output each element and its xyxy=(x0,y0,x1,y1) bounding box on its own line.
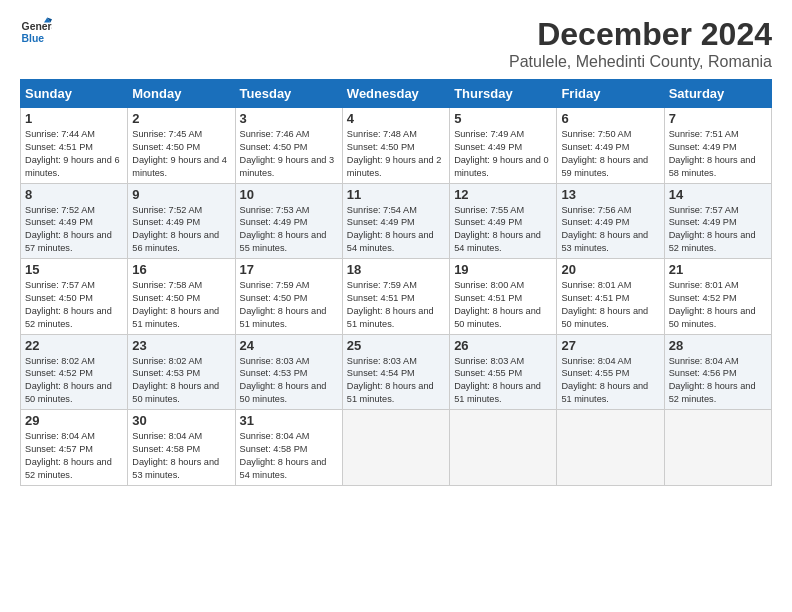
table-row: 4Sunrise: 7:48 AMSunset: 4:50 PMDaylight… xyxy=(342,108,449,184)
table-row: 15Sunrise: 7:57 AMSunset: 4:50 PMDayligh… xyxy=(21,259,128,335)
table-row: 6Sunrise: 7:50 AMSunset: 4:49 PMDaylight… xyxy=(557,108,664,184)
calendar-week-row: 22Sunrise: 8:02 AMSunset: 4:52 PMDayligh… xyxy=(21,334,772,410)
table-row: 21Sunrise: 8:01 AMSunset: 4:52 PMDayligh… xyxy=(664,259,771,335)
calendar-week-row: 15Sunrise: 7:57 AMSunset: 4:50 PMDayligh… xyxy=(21,259,772,335)
table-row: 1Sunrise: 7:44 AMSunset: 4:51 PMDaylight… xyxy=(21,108,128,184)
col-wednesday: Wednesday xyxy=(342,80,449,108)
table-row: 28Sunrise: 8:04 AMSunset: 4:56 PMDayligh… xyxy=(664,334,771,410)
calendar-week-row: 29Sunrise: 8:04 AMSunset: 4:57 PMDayligh… xyxy=(21,410,772,486)
table-row: 26Sunrise: 8:03 AMSunset: 4:55 PMDayligh… xyxy=(450,334,557,410)
header-row: Sunday Monday Tuesday Wednesday Thursday… xyxy=(21,80,772,108)
col-tuesday: Tuesday xyxy=(235,80,342,108)
table-row xyxy=(557,410,664,486)
table-row: 30Sunrise: 8:04 AMSunset: 4:58 PMDayligh… xyxy=(128,410,235,486)
col-sunday: Sunday xyxy=(21,80,128,108)
table-row: 29Sunrise: 8:04 AMSunset: 4:57 PMDayligh… xyxy=(21,410,128,486)
col-thursday: Thursday xyxy=(450,80,557,108)
table-row: 14Sunrise: 7:57 AMSunset: 4:49 PMDayligh… xyxy=(664,183,771,259)
table-row: 12Sunrise: 7:55 AMSunset: 4:49 PMDayligh… xyxy=(450,183,557,259)
col-saturday: Saturday xyxy=(664,80,771,108)
table-row: 19Sunrise: 8:00 AMSunset: 4:51 PMDayligh… xyxy=(450,259,557,335)
calendar-table: Sunday Monday Tuesday Wednesday Thursday… xyxy=(20,79,772,486)
table-row: 25Sunrise: 8:03 AMSunset: 4:54 PMDayligh… xyxy=(342,334,449,410)
table-row: 24Sunrise: 8:03 AMSunset: 4:53 PMDayligh… xyxy=(235,334,342,410)
table-row: 27Sunrise: 8:04 AMSunset: 4:55 PMDayligh… xyxy=(557,334,664,410)
table-row: 8Sunrise: 7:52 AMSunset: 4:49 PMDaylight… xyxy=(21,183,128,259)
svg-text:Blue: Blue xyxy=(22,33,45,44)
col-friday: Friday xyxy=(557,80,664,108)
col-monday: Monday xyxy=(128,80,235,108)
table-row: 18Sunrise: 7:59 AMSunset: 4:51 PMDayligh… xyxy=(342,259,449,335)
table-row: 11Sunrise: 7:54 AMSunset: 4:49 PMDayligh… xyxy=(342,183,449,259)
table-row: 5Sunrise: 7:49 AMSunset: 4:49 PMDaylight… xyxy=(450,108,557,184)
calendar-week-row: 8Sunrise: 7:52 AMSunset: 4:49 PMDaylight… xyxy=(21,183,772,259)
calendar-body: 1Sunrise: 7:44 AMSunset: 4:51 PMDaylight… xyxy=(21,108,772,486)
logo-icon: General Blue xyxy=(20,16,52,48)
table-row xyxy=(664,410,771,486)
table-row: 16Sunrise: 7:58 AMSunset: 4:50 PMDayligh… xyxy=(128,259,235,335)
table-row: 17Sunrise: 7:59 AMSunset: 4:50 PMDayligh… xyxy=(235,259,342,335)
table-row xyxy=(450,410,557,486)
svg-text:General: General xyxy=(22,21,52,32)
table-row: 20Sunrise: 8:01 AMSunset: 4:51 PMDayligh… xyxy=(557,259,664,335)
logo: General Blue xyxy=(20,16,52,48)
table-row xyxy=(342,410,449,486)
table-row: 10Sunrise: 7:53 AMSunset: 4:49 PMDayligh… xyxy=(235,183,342,259)
calendar-page: General Blue December 2024 Patulele, Meh… xyxy=(0,0,792,498)
table-row: 31Sunrise: 8:04 AMSunset: 4:58 PMDayligh… xyxy=(235,410,342,486)
table-row: 23Sunrise: 8:02 AMSunset: 4:53 PMDayligh… xyxy=(128,334,235,410)
table-row: 22Sunrise: 8:02 AMSunset: 4:52 PMDayligh… xyxy=(21,334,128,410)
subtitle: Patulele, Mehedinti County, Romania xyxy=(509,53,772,71)
calendar-week-row: 1Sunrise: 7:44 AMSunset: 4:51 PMDaylight… xyxy=(21,108,772,184)
main-title: December 2024 xyxy=(509,16,772,53)
table-row: 3Sunrise: 7:46 AMSunset: 4:50 PMDaylight… xyxy=(235,108,342,184)
table-row: 13Sunrise: 7:56 AMSunset: 4:49 PMDayligh… xyxy=(557,183,664,259)
table-row: 9Sunrise: 7:52 AMSunset: 4:49 PMDaylight… xyxy=(128,183,235,259)
table-row: 7Sunrise: 7:51 AMSunset: 4:49 PMDaylight… xyxy=(664,108,771,184)
table-row: 2Sunrise: 7:45 AMSunset: 4:50 PMDaylight… xyxy=(128,108,235,184)
header-area: General Blue December 2024 Patulele, Meh… xyxy=(20,16,772,71)
title-area: December 2024 Patulele, Mehedinti County… xyxy=(509,16,772,71)
